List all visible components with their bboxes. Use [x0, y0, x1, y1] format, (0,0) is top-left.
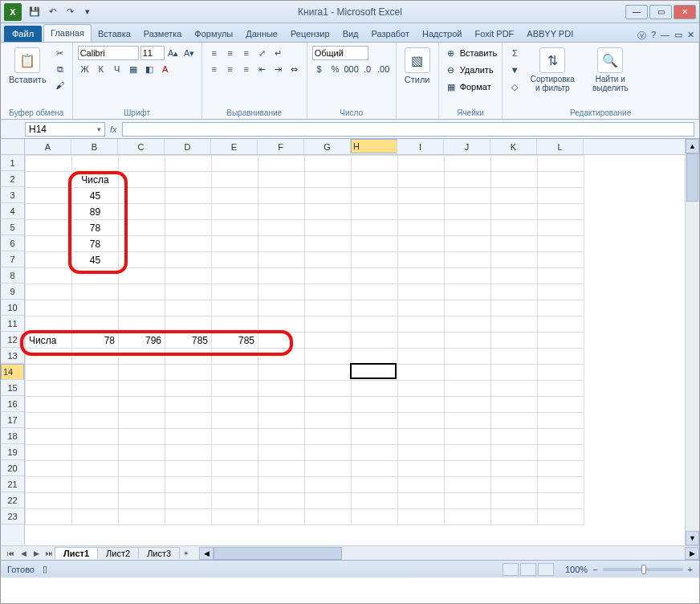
cell-I10[interactable] — [398, 300, 445, 316]
number-format-select[interactable]: Общий — [312, 46, 368, 60]
cell-F21[interactable] — [258, 477, 305, 493]
row-header-8[interactable]: 8 — [1, 267, 24, 284]
align-center-icon[interactable]: ≡ — [223, 62, 238, 76]
tab-home[interactable]: Главная — [43, 24, 92, 42]
cell-I5[interactable] — [398, 220, 445, 236]
row-header-22[interactable]: 22 — [1, 492, 24, 508]
cell-A23[interactable] — [26, 509, 72, 525]
row-header-14[interactable]: 14 — [1, 364, 24, 380]
sheet-nav-next-icon[interactable]: ▶ — [30, 547, 43, 560]
cell-L6[interactable] — [538, 236, 584, 252]
cell-H16[interactable] — [352, 397, 398, 413]
align-left-icon[interactable]: ≡ — [207, 62, 222, 76]
cell-I20[interactable] — [398, 461, 445, 477]
cell-D9[interactable] — [165, 284, 212, 300]
column-header-K[interactable]: K — [490, 139, 537, 154]
save-icon[interactable]: 💾 — [26, 4, 43, 20]
cell-L7[interactable] — [538, 252, 584, 268]
cell-B5[interactable]: 78 — [72, 220, 119, 236]
row-header-20[interactable]: 20 — [1, 460, 24, 476]
cell-J16[interactable] — [445, 397, 491, 413]
cell-F2[interactable] — [258, 172, 305, 188]
tab-foxit[interactable]: Foxit PDF — [468, 26, 520, 42]
cell-I8[interactable] — [398, 268, 445, 284]
cell-E20[interactable] — [212, 461, 258, 477]
currency-icon[interactable]: $ — [312, 62, 327, 76]
cell-C19[interactable] — [119, 445, 165, 461]
cell-J13[interactable] — [445, 349, 491, 365]
cell-L23[interactable] — [538, 509, 584, 525]
zoom-out-icon[interactable]: − — [592, 565, 597, 574]
cell-H13[interactable] — [352, 349, 398, 365]
cell-D23[interactable] — [165, 509, 212, 525]
cell-A7[interactable] — [26, 252, 72, 268]
cell-K21[interactable] — [491, 477, 538, 493]
cell-F18[interactable] — [258, 429, 305, 445]
cell-E2[interactable] — [212, 172, 258, 188]
column-header-E[interactable]: E — [211, 139, 258, 154]
row-header-17[interactable]: 17 — [1, 412, 24, 428]
paste-button[interactable]: 📋 Вставить — [6, 46, 50, 86]
percent-icon[interactable]: % — [328, 62, 343, 76]
cell-K14[interactable] — [491, 365, 538, 381]
cell-K15[interactable] — [491, 381, 538, 397]
cell-A15[interactable] — [26, 381, 72, 397]
cell-L16[interactable] — [538, 397, 584, 413]
cell-H23[interactable] — [352, 509, 398, 525]
row-header-1[interactable]: 1 — [1, 155, 24, 171]
cell-G5[interactable] — [305, 220, 352, 236]
cell-H9[interactable] — [352, 284, 398, 300]
cell-L19[interactable] — [538, 445, 584, 461]
column-header-H[interactable]: H — [351, 139, 397, 153]
cell-D5[interactable] — [165, 220, 212, 236]
cell-K12[interactable] — [491, 333, 538, 349]
insert-cells-icon[interactable]: ⊕ — [444, 46, 458, 60]
row-header-6[interactable]: 6 — [1, 235, 24, 251]
cell-G17[interactable] — [305, 413, 352, 429]
cell-G1[interactable] — [305, 156, 352, 172]
cell-E8[interactable] — [212, 268, 258, 284]
align-bottom-icon[interactable]: ≡ — [239, 46, 254, 60]
cell-F10[interactable] — [258, 300, 305, 316]
cell-B16[interactable] — [72, 397, 119, 413]
delete-cells-icon[interactable]: ⊖ — [444, 63, 458, 77]
cell-I15[interactable] — [398, 381, 445, 397]
cell-L22[interactable] — [538, 493, 584, 509]
cell-G6[interactable] — [305, 236, 352, 252]
cell-C2[interactable] — [119, 172, 165, 188]
sheet-tab-2[interactable]: Лист2 — [97, 547, 139, 559]
new-sheet-icon[interactable]: ✶ — [180, 547, 193, 560]
cell-I23[interactable] — [398, 509, 445, 525]
sheet-tab-1[interactable]: Лист1 — [55, 547, 98, 559]
cell-B20[interactable] — [72, 461, 119, 477]
name-box[interactable]: H14 ▾ — [25, 122, 105, 137]
row-header-19[interactable]: 19 — [1, 444, 24, 460]
cell-A13[interactable] — [26, 349, 72, 365]
cell-D14[interactable] — [165, 365, 212, 381]
cell-A16[interactable] — [26, 397, 72, 413]
cell-F23[interactable] — [258, 509, 305, 525]
cell-C8[interactable] — [119, 268, 165, 284]
cell-A9[interactable] — [26, 284, 72, 300]
cell-B17[interactable] — [72, 413, 119, 429]
cell-G18[interactable] — [305, 429, 352, 445]
cell-C3[interactable] — [119, 188, 165, 204]
cell-H19[interactable] — [352, 445, 398, 461]
cell-F6[interactable] — [258, 236, 305, 252]
sheet-nav-first-icon[interactable]: ⏮ — [4, 547, 17, 560]
cell-I9[interactable] — [398, 284, 445, 300]
column-header-I[interactable]: I — [397, 139, 444, 154]
inc-decimal-icon[interactable]: .0 — [360, 62, 375, 76]
tab-file[interactable]: Файл — [4, 26, 42, 42]
cell-B11[interactable] — [72, 316, 119, 333]
cell-L4[interactable] — [538, 204, 584, 220]
row-header-4[interactable]: 4 — [1, 203, 24, 219]
horizontal-scrollbar[interactable]: ◀ ▶ — [199, 547, 699, 560]
cell-E12[interactable]: 785 — [212, 333, 258, 349]
tab-data[interactable]: Данные — [239, 26, 284, 42]
cell-A6[interactable] — [26, 236, 72, 252]
wrap-text-icon[interactable]: ↵ — [271, 46, 286, 60]
cell-K17[interactable] — [491, 413, 538, 429]
cell-H21[interactable] — [352, 477, 398, 493]
cell-E7[interactable] — [212, 252, 258, 268]
